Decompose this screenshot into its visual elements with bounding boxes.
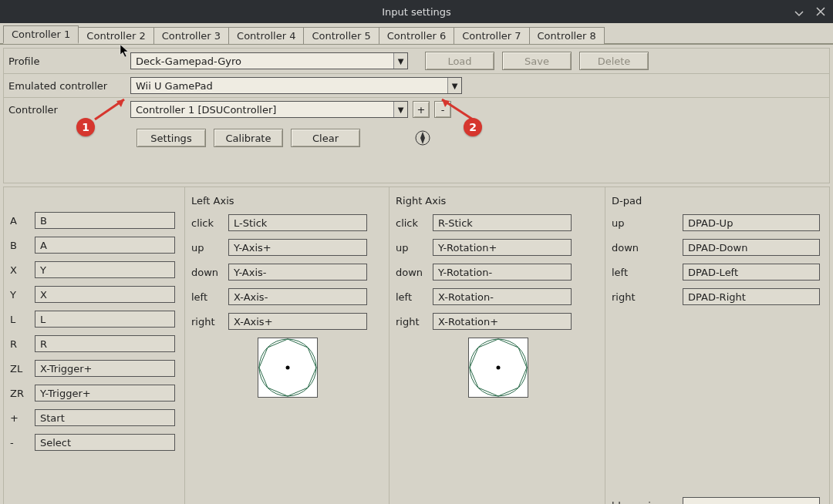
right-axis-right-label: right [396, 316, 433, 328]
right-axis-down-binding[interactable]: Y-Rotation- [433, 264, 572, 281]
left-axis-down-label: down [191, 267, 228, 278]
left-axis-up-label: up [191, 242, 228, 254]
close-icon[interactable] [814, 5, 827, 18]
dpad-column: D-pad upDPAD-UpdownDPAD-DownleftDPAD-Lef… [605, 187, 829, 504]
button-label-X: X [10, 264, 35, 276]
dpad-up-binding[interactable]: DPAD-Up [683, 214, 820, 231]
left-axis-up-binding[interactable]: Y-Axis+ [228, 239, 367, 256]
dpad-left-label: left [612, 267, 683, 278]
button-binding-ZL[interactable]: X-Trigger+ [35, 360, 175, 377]
title-bar: Input settings [0, 0, 833, 23]
profile-combo-text: Deck-Gamepad-Gyro [131, 55, 393, 67]
dpad-left-binding[interactable]: DPAD-Left [683, 264, 820, 281]
profile-label: Profile [7, 55, 130, 67]
button-binding-R[interactable]: R [35, 335, 175, 352]
annotation-marker-1: 1 [76, 118, 95, 136]
right-axis-down-label: down [396, 267, 433, 278]
dpad-right-binding[interactable]: DPAD-Right [683, 288, 820, 305]
chevron-down-icon[interactable]: ▼ [447, 78, 461, 93]
emulated-label: Emulated controller [7, 80, 130, 92]
right-axis-left-label: left [396, 291, 433, 303]
left-axis-left-binding[interactable]: X-Axis- [228, 288, 367, 305]
add-controller-button[interactable]: + [413, 101, 430, 118]
load-button[interactable]: Load [425, 52, 494, 70]
button-binding-X[interactable]: Y [35, 261, 175, 278]
right-axis-click-binding[interactable]: R-Stick [433, 214, 572, 231]
left-axis-column: Left Axis clickL-StickupY-Axis+downY-Axi… [185, 187, 390, 504]
tab-controller-5[interactable]: Controller 5 [303, 27, 379, 44]
button-binding-Y[interactable]: X [35, 286, 175, 303]
tab-controller-3[interactable]: Controller 3 [153, 27, 229, 44]
blow-mic-binding[interactable] [683, 497, 820, 504]
clear-button[interactable]: Clear [291, 129, 360, 147]
tab-controller-2[interactable]: Controller 2 [78, 27, 153, 44]
button-label-ZR: ZR [10, 388, 35, 399]
emulated-combo[interactable]: Wii U GamePad ▼ [130, 77, 462, 94]
tab-controller-8[interactable]: Controller 8 [529, 27, 605, 44]
left-axis-right-label: right [191, 316, 228, 328]
button-label-L: L [10, 314, 35, 325]
emulated-combo-text: Wii U GamePad [131, 80, 447, 92]
controller-tabs: Controller 1Controller 2Controller 3Cont… [0, 23, 833, 45]
button-binding-B[interactable]: A [35, 237, 175, 254]
right-axis-title: Right Axis [396, 195, 600, 207]
right-axis-up-binding[interactable]: Y-Rotation+ [433, 239, 572, 256]
left-axis-title: Left Axis [191, 195, 384, 207]
left-axis-down-binding[interactable]: Y-Axis- [228, 264, 367, 281]
right-axis-visual [468, 338, 528, 398]
chevron-down-icon[interactable]: ▼ [393, 102, 407, 117]
dpad-down-binding[interactable]: DPAD-Down [683, 239, 820, 256]
face-buttons-column: ABBAXYYXLLRRZLX-Trigger+ZRY-Trigger++Sta… [4, 187, 185, 504]
dpad-up-label: up [612, 217, 683, 229]
compass-icon[interactable] [414, 129, 431, 146]
button-binding--[interactable]: Select [35, 434, 175, 451]
controller-combo-text: Controller 1 [DSUController] [131, 104, 393, 116]
left-axis-left-label: left [191, 291, 228, 303]
right-axis-click-label: click [396, 217, 433, 229]
annotation-marker-2: 2 [464, 118, 482, 136]
button-label-R: R [10, 338, 35, 350]
svg-point-3 [286, 366, 290, 370]
controller-row: Controller Controller 1 [DSUController] … [3, 98, 830, 183]
tab-controller-7[interactable]: Controller 7 [454, 27, 529, 44]
left-axis-right-binding[interactable]: X-Axis+ [228, 313, 367, 330]
chevron-down-icon[interactable]: ▼ [393, 53, 407, 69]
button-binding-+[interactable]: Start [35, 409, 175, 426]
button-label-A: A [10, 215, 35, 227]
cursor-icon [120, 44, 130, 60]
tab-controller-1[interactable]: Controller 1 [3, 25, 79, 44]
delete-button[interactable]: Delete [579, 52, 649, 70]
save-button[interactable]: Save [502, 52, 572, 70]
dpad-title: D-pad [612, 195, 825, 207]
button-label-ZL: ZL [10, 363, 35, 375]
button-binding-L[interactable]: L [35, 311, 175, 328]
dpad-down-label: down [612, 242, 683, 254]
settings-button[interactable]: Settings [137, 129, 206, 147]
emulated-row: Emulated controller Wii U GamePad ▼ [3, 74, 830, 98]
button-label-B: B [10, 240, 35, 251]
controller-combo[interactable]: Controller 1 [DSUController] ▼ [130, 101, 408, 118]
right-axis-left-binding[interactable]: X-Rotation- [433, 288, 572, 305]
left-axis-click-binding[interactable]: L-Stick [228, 214, 367, 231]
profile-combo[interactable]: Deck-Gamepad-Gyro ▼ [130, 52, 408, 69]
dpad-right-label: right [612, 291, 683, 303]
left-axis-click-label: click [191, 217, 228, 229]
button-label--: - [10, 437, 35, 449]
bindings-grid: ABBAXYYXLLRRZLX-Trigger+ZRY-Trigger++Sta… [3, 186, 830, 504]
svg-point-6 [496, 366, 500, 370]
minimize-icon[interactable] [793, 5, 805, 18]
tab-controller-4[interactable]: Controller 4 [228, 27, 304, 44]
right-axis-right-binding[interactable]: X-Rotation+ [433, 313, 572, 330]
window-title: Input settings [382, 6, 451, 18]
annotation-arrow-1 [89, 96, 132, 124]
calibrate-button[interactable]: Calibrate [214, 129, 283, 147]
blow-mic-label: blow mic [612, 500, 683, 505]
button-label-+: + [10, 412, 35, 424]
tab-controller-6[interactable]: Controller 6 [379, 27, 454, 44]
button-binding-A[interactable]: B [35, 212, 175, 229]
right-axis-column: Right Axis clickR-StickupY-Rotation+down… [390, 187, 605, 504]
button-binding-ZR[interactable]: Y-Trigger+ [35, 385, 175, 402]
button-label-Y: Y [10, 289, 35, 301]
left-axis-visual [258, 338, 318, 398]
right-axis-up-label: up [396, 242, 433, 254]
